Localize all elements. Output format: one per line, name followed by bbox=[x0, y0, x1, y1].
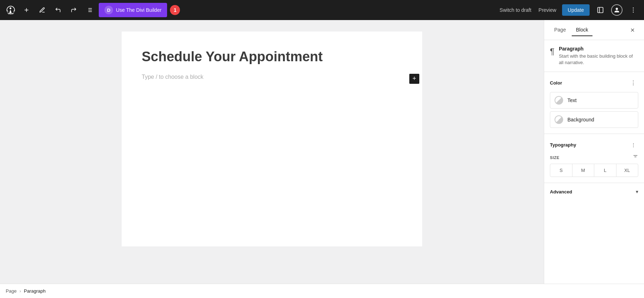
block-placeholder-row: Type / to choose a block + bbox=[142, 74, 402, 80]
block-placeholder-text[interactable]: Type / to choose a block bbox=[142, 74, 204, 80]
text-color-label: Text bbox=[567, 97, 577, 103]
layout-toggle-button[interactable] bbox=[594, 4, 607, 16]
block-description: Start with the basic building block of a… bbox=[559, 53, 638, 66]
list-view-button[interactable] bbox=[83, 4, 96, 16]
breadcrumb-current: Paragraph bbox=[24, 288, 46, 294]
divi-icon: D bbox=[104, 6, 113, 14]
advanced-chevron-icon: ▾ bbox=[636, 189, 638, 194]
preview-button[interactable]: Preview bbox=[537, 4, 558, 16]
text-color-option[interactable]: Text bbox=[550, 92, 638, 109]
svg-rect-8 bbox=[598, 8, 603, 13]
size-m-button[interactable]: M bbox=[572, 164, 595, 177]
typography-header: Typography ⋮ bbox=[550, 140, 638, 150]
advanced-title: Advanced bbox=[550, 189, 572, 194]
block-info-text: Paragraph Start with the basic building … bbox=[559, 46, 638, 66]
color-section: Color ⋮ Text Background bbox=[544, 72, 644, 134]
add-block-inline-button[interactable]: + bbox=[409, 74, 419, 84]
tab-block[interactable]: Block bbox=[572, 24, 592, 36]
update-button[interactable]: Update bbox=[562, 4, 590, 16]
typography-section: Typography ⋮ SIZE S M L XL bbox=[544, 134, 644, 183]
undo-button[interactable] bbox=[52, 4, 64, 16]
page-heading[interactable]: Schedule Your Appointment bbox=[142, 49, 402, 65]
color-section-header: Color ⋮ bbox=[550, 78, 638, 88]
typography-menu-button[interactable]: ⋮ bbox=[628, 140, 638, 150]
advanced-section: Advanced ▾ bbox=[544, 183, 644, 200]
size-label-row: SIZE bbox=[550, 154, 638, 161]
typography-title: Typography bbox=[550, 142, 576, 148]
right-sidebar: Page Block ¶ Paragraph Start with the ba… bbox=[544, 20, 644, 298]
sidebar-tabs-header: Page Block bbox=[544, 20, 644, 40]
size-xl-button[interactable]: XL bbox=[616, 164, 638, 177]
top-toolbar: D Use The Divi Builder 1 Switch to draft… bbox=[0, 0, 644, 20]
color-section-title: Color bbox=[550, 80, 562, 86]
tab-page[interactable]: Page bbox=[550, 24, 570, 36]
size-buttons-group: S M L XL bbox=[550, 164, 638, 177]
size-s-button[interactable]: S bbox=[550, 164, 572, 177]
size-l-button[interactable]: L bbox=[594, 164, 616, 177]
toolbar-left: D Use The Divi Builder 1 bbox=[4, 3, 180, 17]
editor-canvas: Schedule Your Appointment Type / to choo… bbox=[122, 32, 422, 246]
add-block-button[interactable] bbox=[20, 4, 33, 16]
text-color-swatch bbox=[555, 96, 563, 105]
breadcrumb-separator: › bbox=[19, 288, 21, 294]
svg-point-11 bbox=[633, 10, 634, 11]
divi-builder-button[interactable]: D Use The Divi Builder bbox=[99, 3, 167, 17]
breadcrumb-page-link[interactable]: Page bbox=[6, 288, 16, 294]
color-section-menu-button[interactable]: ⋮ bbox=[628, 78, 638, 88]
wordpress-logo-button[interactable] bbox=[4, 4, 17, 16]
divi-label: Use The Divi Builder bbox=[116, 7, 161, 13]
switch-to-draft-button[interactable]: Switch to draft bbox=[498, 4, 533, 16]
background-color-option[interactable]: Background bbox=[550, 111, 638, 128]
redo-button[interactable] bbox=[67, 4, 80, 16]
sidebar-close-button[interactable] bbox=[627, 24, 638, 36]
size-filter-button[interactable] bbox=[633, 154, 638, 161]
block-name: Paragraph bbox=[559, 46, 638, 52]
svg-point-12 bbox=[633, 12, 634, 13]
notification-badge[interactable]: 1 bbox=[170, 5, 180, 15]
toolbar-right: Switch to draft Preview Update bbox=[498, 4, 640, 16]
main-area: Schedule Your Appointment Type / to choo… bbox=[0, 20, 644, 298]
breadcrumb-bar: Page › Paragraph bbox=[0, 284, 644, 298]
block-info: ¶ Paragraph Start with the basic buildin… bbox=[544, 40, 644, 72]
user-avatar-button[interactable] bbox=[611, 4, 623, 16]
tools-button[interactable] bbox=[36, 4, 49, 16]
advanced-header[interactable]: Advanced ▾ bbox=[550, 189, 638, 194]
paragraph-icon: ¶ bbox=[550, 47, 555, 57]
size-label-text: SIZE bbox=[550, 155, 560, 160]
options-button[interactable] bbox=[627, 4, 640, 16]
background-color-swatch bbox=[555, 115, 563, 124]
editor-area: Schedule Your Appointment Type / to choo… bbox=[0, 20, 544, 298]
svg-point-10 bbox=[633, 8, 634, 9]
background-color-label: Background bbox=[567, 117, 594, 122]
